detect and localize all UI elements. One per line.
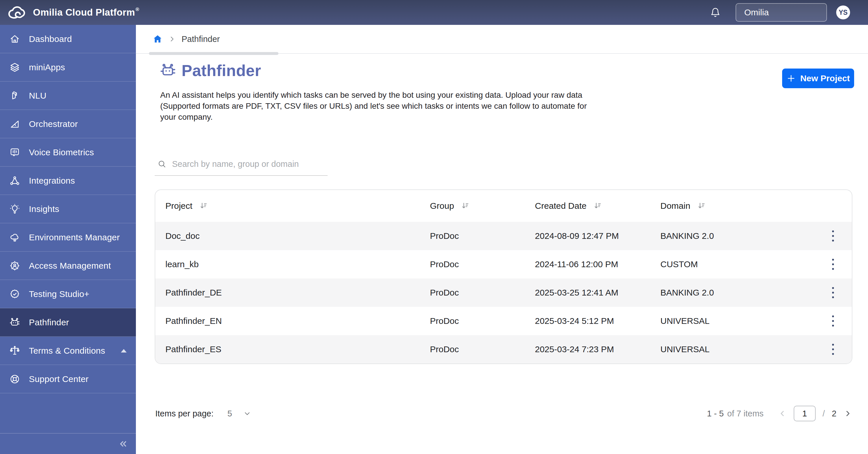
triangle-ruler-icon — [9, 118, 21, 130]
kebab-menu-icon[interactable] — [831, 314, 835, 328]
robot-icon — [160, 62, 176, 79]
page-separator: / — [823, 409, 825, 418]
sidebar-item-label: Insights — [29, 204, 59, 214]
brand-name: Omilia Cloud Platform® — [33, 7, 139, 18]
tenant-name: Omilia — [744, 7, 769, 17]
cell-created-date: 2024-11-06 12:00 PM — [535, 260, 660, 269]
cell-project: Doc_doc — [165, 231, 430, 241]
search-input[interactable] — [172, 159, 327, 169]
sidebar-nav: Dashboard miniApps NLU Orchestrator Voic — [0, 25, 136, 454]
tenant-selector[interactable]: Omilia — [736, 3, 827, 22]
cell-project: Pathfinder_EN — [165, 316, 430, 326]
pagination-total-items: of 7 items — [727, 409, 764, 418]
sort-descending-icon[interactable] — [697, 202, 706, 210]
main-content: Pathfinder Pathfinder An AI assistant he… — [136, 25, 868, 454]
sidebar-item-orchestrator[interactable]: Orchestrator — [0, 110, 136, 138]
new-project-label: New Project — [800, 73, 850, 83]
description-line: (Supported formats are PDF, TXT, CSV fil… — [160, 101, 587, 112]
sidebar-item-miniapps[interactable]: miniApps — [0, 53, 136, 82]
breadcrumb: Pathfinder — [136, 25, 868, 54]
sidebar-item-insights[interactable]: Insights — [0, 195, 136, 223]
sidebar-item-voice-biometrics[interactable]: Voice Biometrics — [0, 138, 136, 167]
cell-group: ProDoc — [430, 344, 535, 354]
table-row[interactable]: Doc_doc ProDoc 2024-08-09 12:47 PM BANKI… — [155, 222, 852, 250]
cube-icon — [9, 90, 21, 102]
table-row[interactable]: Pathfinder_EN ProDoc 2025-03-24 5:12 PM … — [155, 307, 852, 335]
cell-created-date: 2024-08-09 12:47 PM — [535, 231, 660, 241]
description-line: your company. — [160, 112, 587, 123]
sidebar-item-label: Environments Manager — [29, 233, 120, 242]
sidebar-item-label: miniApps — [29, 62, 65, 72]
kebab-menu-icon[interactable] — [831, 343, 835, 356]
sidebar-item-testing-studio[interactable]: Testing Studio+ — [0, 280, 136, 308]
sidebar-item-label: Terms & Conditions — [29, 346, 105, 356]
table-row[interactable]: Pathfinder_DE ProDoc 2025-03-25 12:41 AM… — [155, 278, 852, 307]
cell-created-date: 2025-03-24 7:23 PM — [535, 344, 660, 354]
kebab-menu-icon[interactable] — [831, 286, 835, 299]
table-row[interactable]: learn_kb ProDoc 2024-11-06 12:00 PM CUST… — [155, 250, 852, 278]
column-header-project[interactable]: Project — [165, 201, 430, 211]
cell-domain: BANKING 2.0 — [660, 288, 823, 298]
breadcrumb-current: Pathfinder — [182, 34, 220, 44]
omilia-cloud-logo-icon — [6, 4, 27, 21]
sidebar-item-label: Integrations — [29, 176, 75, 186]
collapse-sidebar-icon[interactable] — [116, 439, 129, 449]
cell-domain: BANKING 2.0 — [660, 231, 823, 241]
user-avatar[interactable]: YS — [836, 5, 850, 19]
new-project-button[interactable]: New Project — [782, 68, 854, 88]
badge-check-icon — [9, 288, 21, 300]
sort-descending-icon[interactable] — [461, 202, 470, 210]
pagination-controls: 1 - 5 of 7 items 1 / 2 — [707, 404, 852, 423]
sidebar-item-access-management[interactable]: Access Management — [0, 251, 136, 280]
sidebar-item-label: Access Management — [29, 261, 111, 271]
current-page-input[interactable]: 1 — [794, 406, 816, 421]
items-per-page-value[interactable]: 5 — [227, 409, 232, 418]
gear-user-icon — [9, 260, 21, 272]
cell-group: ProDoc — [430, 231, 535, 241]
sidebar-item-environments-manager[interactable]: Environments Manager — [0, 223, 136, 251]
table-row[interactable]: Pathfinder_ES ProDoc 2025-03-24 7:23 PM … — [155, 335, 852, 363]
sidebar-item-label: Orchestrator — [29, 119, 78, 129]
search-field — [155, 154, 328, 176]
kebab-menu-icon[interactable] — [831, 229, 835, 243]
sidebar-item-nlu[interactable]: NLU — [0, 82, 136, 110]
sidebar-item-dashboard[interactable]: Dashboard — [0, 25, 136, 53]
robot-icon — [9, 316, 21, 329]
previous-page-icon[interactable] — [778, 409, 787, 418]
brand-logo[interactable]: Omilia Cloud Platform® — [0, 4, 139, 21]
cell-created-date: 2025-03-25 12:41 AM — [535, 288, 660, 298]
scales-icon — [9, 345, 21, 357]
cloud-icon — [9, 231, 21, 243]
sidebar-item-terms-conditions[interactable]: Terms & Conditions — [0, 337, 136, 365]
column-header-created-date[interactable]: Created Date — [535, 201, 660, 211]
sidebar-item-support-center[interactable]: Support Center — [0, 365, 136, 393]
column-header-domain[interactable]: Domain — [660, 201, 823, 211]
page-title: Pathfinder — [182, 61, 261, 80]
plus-icon — [786, 74, 796, 83]
sidebar-footer — [0, 433, 136, 454]
chevron-up-icon[interactable] — [121, 349, 127, 353]
app-window: Omilia Cloud Platform® Omilia YS Dashboa… — [0, 0, 868, 454]
items-per-page: Items per page: 5 — [155, 404, 251, 423]
sort-descending-icon[interactable] — [593, 202, 602, 210]
page-description: An AI assistant helps you identify which… — [160, 90, 587, 123]
cell-domain: CUSTOM — [660, 260, 823, 269]
search-icon — [158, 160, 166, 168]
column-header-group[interactable]: Group — [430, 201, 535, 211]
notifications-bell-icon[interactable] — [710, 7, 720, 18]
home-icon — [9, 33, 21, 45]
description-line: An AI assistant helps you identify which… — [160, 90, 587, 101]
registered-mark: ® — [135, 7, 140, 12]
home-icon[interactable] — [153, 34, 162, 44]
page-header: Pathfinder — [160, 61, 261, 80]
cell-domain: UNIVERSAL — [660, 316, 823, 326]
next-page-icon[interactable] — [843, 409, 852, 418]
kebab-menu-icon[interactable] — [831, 258, 835, 271]
chevron-down-icon[interactable] — [243, 410, 251, 418]
sidebar-item-label: Pathfinder — [29, 317, 69, 327]
horizontal-scrollbar-thumb[interactable] — [149, 52, 278, 55]
sidebar-item-pathfinder[interactable]: Pathfinder — [0, 308, 136, 337]
sidebar-item-integrations[interactable]: Integrations — [0, 167, 136, 195]
sort-descending-icon[interactable] — [199, 202, 208, 210]
sidebar-item-label: Testing Studio+ — [29, 289, 89, 299]
